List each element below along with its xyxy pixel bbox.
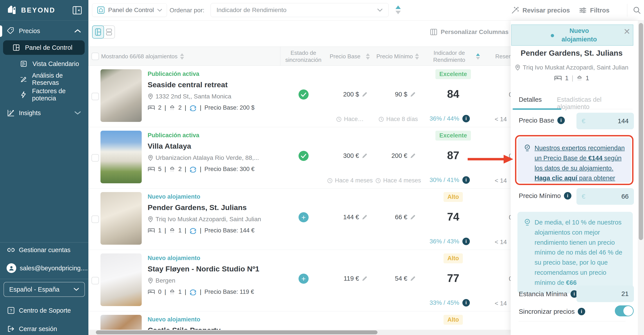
- min-price-field[interactable]: €: [576, 188, 634, 205]
- property-name[interactable]: Castle Stile Property: [148, 326, 279, 330]
- row-checkbox[interactable]: [92, 216, 99, 223]
- close-icon[interactable]: ✕: [624, 27, 630, 36]
- info-icon[interactable]: i: [462, 238, 470, 245]
- location-pin-icon: [515, 64, 520, 71]
- column-header-precio-minimo[interactable]: Precio Mínimo: [375, 47, 414, 66]
- sort-icons[interactable]: [366, 53, 370, 60]
- info-icon[interactable]: i: [557, 117, 565, 124]
- info-icon[interactable]: i: [462, 176, 470, 184]
- tab-detalles[interactable]: Detalles: [519, 96, 542, 103]
- topbar-divider: [627, 4, 627, 17]
- view-dropdown-value: Panel de Control: [108, 6, 154, 13]
- sidebar-item-insights[interactable]: Insights: [0, 107, 88, 119]
- sync-status-add-icon[interactable]: +: [298, 212, 308, 222]
- edit-pencil-icon[interactable]: [410, 214, 416, 220]
- edit-pencil-icon[interactable]: [410, 276, 416, 282]
- sort-icons[interactable]: [415, 53, 419, 60]
- collapse-sidebar-icon[interactable]: [72, 5, 82, 15]
- min-updated: Hace 8 días: [386, 116, 418, 123]
- horizontal-scrollbar[interactable]: [88, 330, 511, 335]
- help-icon: ?: [6, 307, 15, 315]
- performance-badge: Alto: [427, 192, 480, 202]
- min-price-note-callout: De media, el 10 % de nuestros alojamient…: [518, 212, 633, 294]
- sync-status-ok-icon: [298, 89, 308, 99]
- meta-base-price: Precio Base: 200 $: [204, 104, 254, 111]
- price-tag-icon: [6, 27, 15, 35]
- info-icon[interactable]: i: [564, 192, 572, 200]
- occupancy-percent: 30% / 41%: [430, 176, 459, 184]
- row-checkbox[interactable]: [92, 277, 99, 284]
- select-all-checkbox[interactable]: [92, 53, 99, 60]
- min-price-value: 66 €: [395, 214, 407, 221]
- sync-prices-toggle[interactable]: [615, 306, 634, 316]
- property-name[interactable]: Stay Fløyen - Nordic Studio Nº1: [148, 265, 279, 273]
- chevron-down-icon: [157, 8, 162, 12]
- column-header-alojamientos[interactable]: Mostrando 66/68 alojamientos: [101, 47, 184, 66]
- property-name[interactable]: Pender Gardens, St. Julians: [148, 203, 279, 212]
- sidebar-item-centro-soporte[interactable]: ? Centro de Soporte: [0, 304, 88, 317]
- property-name[interactable]: Villa Atalaya: [148, 142, 279, 150]
- expert-recommendation-callout[interactable]: Nuestros expertos recomiendan un Precio …: [518, 137, 631, 183]
- filtros-button[interactable]: Filtros: [579, 0, 610, 20]
- column-header-precio-base[interactable]: Precio Base: [325, 47, 365, 66]
- dashboard-view-icon: [97, 6, 105, 14]
- sort-icons[interactable]: [476, 53, 480, 60]
- edit-pencil-icon[interactable]: [410, 92, 416, 97]
- list-view-toggle[interactable]: [103, 25, 115, 38]
- property-photo: [100, 315, 142, 330]
- sort-select[interactable]: Indicador de Rendimiento: [210, 3, 389, 17]
- sync-status-add-icon[interactable]: +: [298, 274, 308, 284]
- sort-asc-arrow[interactable]: [396, 5, 401, 9]
- min-stay-field[interactable]: [576, 286, 634, 302]
- beds-count: 2: [158, 104, 162, 111]
- revisar-precios-button[interactable]: Revisar precios: [511, 0, 570, 20]
- baths-count: 2: [178, 104, 182, 111]
- sidebar-item-gestionar-cuentas[interactable]: Gestionar cuentas: [0, 244, 88, 256]
- min-price-value: 90 $: [395, 91, 407, 98]
- sidebar-item-panel-de-control[interactable]: Panel de Control: [3, 40, 85, 55]
- svg-text:?: ?: [10, 308, 12, 313]
- row-checkbox[interactable]: [92, 154, 99, 162]
- base-price-input[interactable]: [586, 117, 629, 125]
- property-name[interactable]: Seaside central retreat: [148, 80, 279, 89]
- performance-score: 74: [427, 211, 480, 223]
- sidebar-item-label: Factores de potencia: [32, 87, 88, 102]
- tab-estadisticas[interactable]: Estadísticas del alojamiento: [557, 96, 632, 110]
- clock-icon: [378, 116, 384, 122]
- haga-clic-link[interactable]: Haga clic aquí: [534, 175, 577, 182]
- info-icon[interactable]: i: [578, 308, 585, 315]
- sidebar-item-cerrar-sesion[interactable]: Cerrar sesión: [0, 323, 88, 335]
- base-updated: Hace…: [344, 116, 364, 123]
- sync-arrows-icon: [189, 227, 197, 234]
- column-header-indicador[interactable]: Indicador de Rendimiento: [426, 47, 472, 66]
- info-icon[interactable]: i: [462, 299, 470, 307]
- reservations-window: < 14: [488, 116, 514, 123]
- sidebar-item-precios[interactable]: Precios: [0, 24, 88, 38]
- sort-icons[interactable]: [180, 53, 184, 60]
- sidebar-item-analisis-reservas[interactable]: Análisis de Reservas: [0, 73, 88, 85]
- row-checkbox[interactable]: [92, 93, 99, 100]
- min-price-input[interactable]: [586, 193, 629, 200]
- personalizar-columnas-button[interactable]: Personalizar Columnas: [430, 25, 509, 38]
- topbar: Panel de Control Ordenar por: Indicador …: [88, 0, 644, 20]
- info-icon[interactable]: i: [462, 115, 470, 122]
- sidebar-item-vista-calendario[interactable]: Vista Calendario: [0, 57, 88, 70]
- horizontal-scrollbar-thumb[interactable]: [96, 331, 378, 334]
- min-stay-input[interactable]: [582, 290, 629, 298]
- currency-symbol: €: [582, 193, 586, 200]
- vertical-scrollbar[interactable]: [638, 20, 644, 335]
- base-price-field[interactable]: €: [576, 113, 634, 129]
- search-button[interactable]: [632, 0, 642, 20]
- table-view-toggle[interactable]: [92, 25, 104, 38]
- edit-pencil-icon[interactable]: [410, 153, 416, 159]
- columns-icon: [430, 28, 438, 36]
- sort-desc-arrow[interactable]: [396, 11, 401, 14]
- location-pin-icon: [148, 155, 153, 161]
- vertical-scrollbar-thumb[interactable]: [639, 23, 643, 240]
- view-dropdown-button[interactable]: Panel de Control: [92, 3, 167, 17]
- language-select[interactable]: Español - España: [4, 282, 85, 297]
- column-header-sync[interactable]: Estado de sincronización: [282, 47, 325, 66]
- sidebar-item-factores-potencia[interactable]: Factores de potencia: [0, 88, 88, 101]
- sidebar-item-account[interactable]: sales@beyondpricing....: [0, 261, 88, 275]
- sort-direction-toggle[interactable]: [396, 5, 401, 14]
